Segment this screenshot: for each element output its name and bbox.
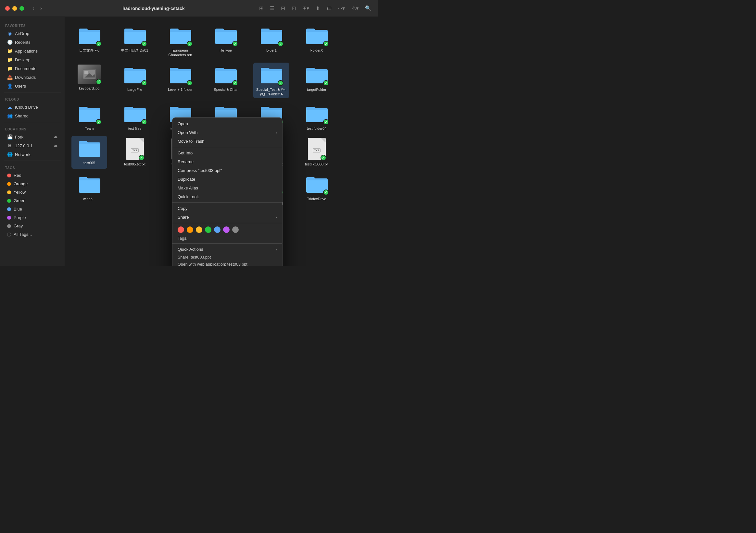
ctx-tag-gray[interactable] xyxy=(232,226,239,233)
eject-icon-fork[interactable]: ⏏ xyxy=(54,135,58,139)
sidebar-item-recents[interactable]: 🕐 Recents xyxy=(2,38,63,46)
sidebar-item-tag-purple[interactable]: Purple xyxy=(2,214,63,221)
ctx-open-with[interactable]: Open With › xyxy=(173,128,282,137)
nav-buttons: ‹ › xyxy=(31,4,44,12)
shared-icon: 👥 xyxy=(7,113,12,118)
ctx-separator-2 xyxy=(173,202,282,203)
docs-icon: 📁 xyxy=(7,66,12,71)
file-item[interactable]: ✓ test folder04 xyxy=(299,102,335,133)
file-item[interactable]: ✓ 日文文件 Fld xyxy=(71,23,107,59)
file-item[interactable]: ✓ folder1 xyxy=(253,23,289,59)
ctx-move-to-trash[interactable]: Move to Trash xyxy=(173,137,282,146)
file-item-test005[interactable]: test005 xyxy=(71,136,107,168)
file-icon-wrapper: ✓ xyxy=(305,64,328,85)
warning-button[interactable]: ⚠▾ xyxy=(350,4,360,13)
sidebar-item-tag-orange[interactable]: Orange xyxy=(2,180,63,188)
ctx-tag-colors xyxy=(173,224,282,235)
sidebar-item-applications[interactable]: 📁 Applications xyxy=(2,47,63,55)
sidebar-item-icloud[interactable]: ☁ iCloud Drive xyxy=(2,103,63,111)
sidebar-item-label: Downloads xyxy=(15,75,36,80)
gallery-view-button[interactable]: ⊡ xyxy=(290,4,297,13)
ctx-rename[interactable]: Rename xyxy=(173,157,282,166)
ctx-copy[interactable]: Copy xyxy=(173,204,282,213)
file-item[interactable]: windo... xyxy=(71,172,107,208)
sidebar-item-fork[interactable]: 💾 Fork ⏏ xyxy=(2,133,63,141)
folder-icon xyxy=(78,138,101,157)
close-button[interactable] xyxy=(5,6,10,11)
back-button[interactable]: ‹ xyxy=(31,4,36,12)
ctx-tag-orange[interactable] xyxy=(187,226,193,233)
file-icon-wrapper: ✓ xyxy=(123,104,147,124)
check-badge: ✓ xyxy=(141,119,147,125)
ctx-get-info[interactable]: Get Info xyxy=(173,149,282,157)
ctx-tags-label[interactable]: Tags... xyxy=(173,235,282,242)
ctx-tag-red[interactable] xyxy=(177,226,184,233)
forward-button[interactable]: › xyxy=(38,4,44,12)
check-badge: ✓ xyxy=(323,80,329,86)
ctx-tag-yellow[interactable] xyxy=(196,226,202,233)
sidebar-item-tag-red[interactable]: Red xyxy=(2,171,63,179)
file-item[interactable]: ✓ test files xyxy=(117,102,153,133)
file-item[interactable]: TXT ✓ test005.txt.txt xyxy=(117,136,153,168)
column-view-button[interactable]: ⊟ xyxy=(280,4,286,13)
list-view-button[interactable]: ☰ xyxy=(269,4,276,13)
file-item[interactable]: ✓ fileType xyxy=(208,23,244,59)
search-button[interactable]: 🔍 xyxy=(364,4,373,13)
eject-icon-ip[interactable]: ⏏ xyxy=(54,143,58,148)
sidebar-item-all-tags[interactable]: All Tags... xyxy=(2,230,63,239)
file-item-selected[interactable]: ✓ Special_Test & #+-@,(...'Folder' A xyxy=(253,63,289,99)
file-icon-wrapper: ✓ xyxy=(169,25,192,46)
sidebar-item-shared[interactable]: 👥 Shared xyxy=(2,112,63,120)
ctx-tag-blue[interactable] xyxy=(214,226,221,233)
ctx-compress[interactable]: Compress "test003.ppt" xyxy=(173,166,282,175)
file-name: LargeFile xyxy=(127,87,142,92)
tag-button[interactable]: 🏷 xyxy=(325,4,333,13)
file-item[interactable]: ✓ Level + 1 folder xyxy=(162,63,198,99)
ctx-tag-purple[interactable] xyxy=(223,226,230,233)
group-button[interactable]: ⊞▾ xyxy=(301,4,310,13)
sidebar-item-documents[interactable]: 📁 Documents xyxy=(2,64,63,73)
file-item[interactable]: ✓ targetFolder xyxy=(299,63,335,99)
sidebar-item-tag-blue[interactable]: Blue xyxy=(2,205,63,213)
more-button[interactable]: ···▾ xyxy=(337,4,346,13)
ctx-duplicate[interactable]: Duplicate xyxy=(173,175,282,184)
sidebar-item-downloads[interactable]: 📥 Downloads xyxy=(2,73,63,81)
file-name: Special & Char xyxy=(214,87,237,92)
sidebar-item-tag-gray[interactable]: Gray xyxy=(2,222,63,230)
ctx-open-web[interactable]: Open with web application: test003.ppt xyxy=(173,261,282,266)
file-item[interactable]: TXT ✓ testTxt0008.txt xyxy=(299,136,335,168)
sidebar-item-tag-yellow[interactable]: Yellow xyxy=(2,188,63,196)
sidebar-item-network[interactable]: 🌐 Network xyxy=(2,150,63,159)
sidebar-item-ip[interactable]: 🖥 127.0.0.1 ⏏ xyxy=(2,141,63,150)
ctx-quick-actions[interactable]: Quick Actions › xyxy=(173,245,282,254)
file-item[interactable]: ✓ Team xyxy=(71,102,107,133)
file-name: Level + 1 folder xyxy=(168,87,193,92)
fullscreen-button[interactable] xyxy=(19,6,24,11)
file-item[interactable]: ✓ Special & Char xyxy=(208,63,244,99)
grid-view-button[interactable]: ⊞ xyxy=(258,4,265,13)
ctx-share-file[interactable]: Share: test003.ppt xyxy=(173,254,282,261)
ctx-quick-look[interactable]: Quick Look xyxy=(173,192,282,201)
file-item[interactable]: ✓ LargeFile xyxy=(117,63,153,99)
file-item[interactable]: ✓ 中文-[]目录 Dir01 xyxy=(117,23,153,59)
file-item[interactable]: ✓ FolderX xyxy=(299,23,335,59)
ctx-make-alias[interactable]: Make Alias xyxy=(173,184,282,192)
sidebar-item-tag-green[interactable]: Green xyxy=(2,197,63,205)
sidebar-item-users[interactable]: 👤 Users xyxy=(2,82,63,90)
check-badge: ✓ xyxy=(323,41,329,47)
file-item[interactable]: ✓ European Characters ren xyxy=(162,23,198,59)
ctx-share[interactable]: Share › xyxy=(173,213,282,221)
minimize-button[interactable] xyxy=(12,6,17,11)
file-name: fileType xyxy=(220,48,232,53)
file-item-triofox[interactable]: ✓ TriofoxDrive xyxy=(299,172,335,208)
ctx-open[interactable]: Open xyxy=(173,119,282,128)
sidebar-item-label: Shared xyxy=(15,114,29,118)
sidebar-item-desktop[interactable]: 📁 Desktop xyxy=(2,56,63,64)
file-item[interactable]: ✓ keyboard.jpg xyxy=(71,63,107,99)
tag-label: Purple xyxy=(14,215,26,220)
sidebar-item-airdrop[interactable]: ◉ AirDrop xyxy=(2,29,63,38)
all-tags-icon xyxy=(7,233,11,237)
sidebar-item-label: Users xyxy=(15,84,26,89)
ctx-tag-green[interactable] xyxy=(205,226,211,233)
share-button[interactable]: ⬆ xyxy=(314,4,321,13)
